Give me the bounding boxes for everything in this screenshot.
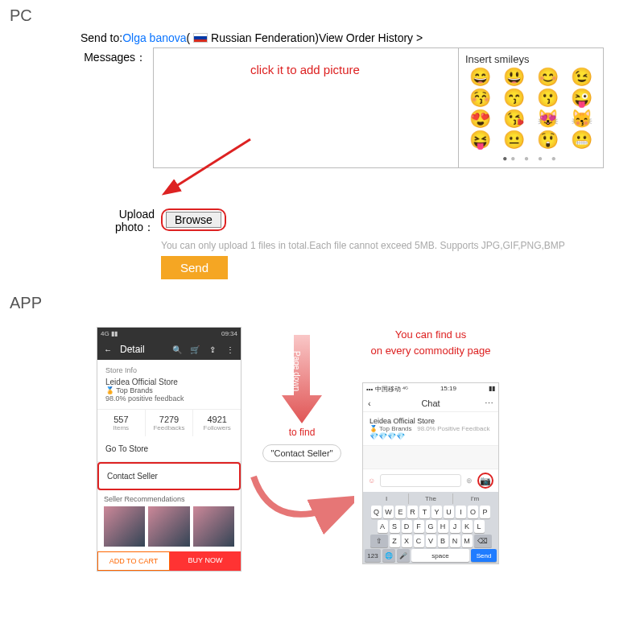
plus-icon[interactable]: ⊕ <box>466 477 473 485</box>
share-icon[interactable]: ⇪ <box>207 345 218 354</box>
curve-arrow-icon <box>250 469 354 541</box>
store-info-label: Store Info <box>105 366 233 374</box>
chat-input[interactable] <box>380 474 461 487</box>
send-to-line: Send to:Olga banova( Russian Fenderation… <box>80 31 628 44</box>
emoji[interactable]: 😙 <box>499 89 528 107</box>
to-find-text: to find <box>289 427 316 438</box>
stat-followers[interactable]: 4921Followers <box>193 410 241 436</box>
kb-mic-icon[interactable]: 🎤 <box>397 549 410 562</box>
emoji[interactable]: 😘 <box>499 110 528 128</box>
kb-key[interactable]: C <box>414 535 424 547</box>
emoji[interactable]: 😉 <box>568 68 597 86</box>
emoji[interactable]: 😬 <box>568 131 597 149</box>
kb-globe-icon[interactable]: 🌐 <box>382 549 395 562</box>
kb-space[interactable]: space <box>411 549 469 562</box>
emoji[interactable]: 😍 <box>465 110 494 128</box>
emoji-grid: 😄 😃 😊 😉 😚 😙 😗 😜 😍 😘 😻 😽 😝 😐 😲 😬 <box>465 68 597 149</box>
phone-status-bar: 4G ▮▮09:34 <box>97 328 241 339</box>
back-icon[interactable]: ← <box>102 345 114 354</box>
phone-header: ← Detail 🔍 🛒 ⇪ ⋮ <box>97 339 241 360</box>
kb-key[interactable]: B <box>438 535 448 547</box>
kb-key[interactable]: J <box>450 520 460 533</box>
emoji[interactable]: 😚 <box>465 89 494 107</box>
emoji[interactable]: 😜 <box>568 89 597 107</box>
upload-note: You can only upload 1 files in total.Eac… <box>161 240 628 251</box>
kb-key[interactable]: U <box>444 506 454 518</box>
browse-button[interactable]: Browse <box>166 212 221 228</box>
stat-feedbacks[interactable]: 7279Feedbacks <box>146 410 194 436</box>
contact-seller[interactable]: Contact Seller <box>97 462 241 490</box>
kb-suggestion[interactable]: The <box>409 493 453 504</box>
kb-key[interactable]: Q <box>371 506 382 518</box>
view-order-history-link[interactable]: View Order History > <box>319 31 423 44</box>
kb-key[interactable]: M <box>462 535 473 547</box>
keyboard: I The I'm QWERTYUIOP ASDFGHJKL ⇧ZXCVBNM⌫… <box>363 492 498 564</box>
kb-backspace[interactable]: ⌫ <box>474 535 492 547</box>
kb-shift[interactable]: ⇧ <box>370 535 388 547</box>
kb-key[interactable]: Y <box>431 506 442 518</box>
camera-icon[interactable]: 📷 <box>477 473 493 489</box>
section-app-title: APP <box>0 287 644 319</box>
chat-header: ‹ Chat ⋯ <box>363 395 498 412</box>
stat-items[interactable]: 557Items <box>97 410 146 436</box>
kb-key[interactable]: F <box>414 520 424 533</box>
emoji[interactable]: 😲 <box>534 131 563 149</box>
chat-top-brands: Top Brands <box>379 425 411 432</box>
kb-key[interactable]: T <box>419 506 430 518</box>
chat-messages-area[interactable] <box>363 446 498 469</box>
kb-key[interactable]: Z <box>390 535 400 547</box>
feedback-text: 98.0% positive feedback <box>105 394 233 402</box>
kb-key[interactable]: E <box>395 506 406 518</box>
emoji[interactable]: 😻 <box>534 110 563 128</box>
kb-key[interactable]: K <box>462 520 473 533</box>
kb-numbers[interactable]: 123 <box>365 549 381 562</box>
message-textarea[interactable]: click it to add picture <box>154 48 458 167</box>
kb-suggestion[interactable]: I'm <box>453 493 497 504</box>
kb-key[interactable]: V <box>426 535 436 547</box>
add-to-cart-button[interactable]: ADD TO CART <box>97 551 170 571</box>
emoji[interactable]: 😐 <box>499 131 528 149</box>
emoji[interactable]: 😗 <box>534 89 563 107</box>
search-icon[interactable]: 🔍 <box>171 345 183 354</box>
message-area: click it to add picture Insert smileys 😄… <box>153 47 604 168</box>
kb-key[interactable]: D <box>402 520 412 533</box>
kb-key[interactable]: N <box>450 535 460 547</box>
rec-image[interactable] <box>193 506 234 547</box>
kb-key[interactable]: R <box>407 506 418 518</box>
rec-image[interactable] <box>104 506 145 547</box>
kb-key[interactable]: A <box>378 520 388 533</box>
kb-key[interactable]: O <box>468 506 478 518</box>
kb-key[interactable]: I <box>456 506 466 518</box>
back-icon[interactable]: ‹ <box>368 398 371 408</box>
header-title: Detail <box>120 344 165 355</box>
more-icon[interactable]: ⋯ <box>485 398 493 409</box>
kb-suggestion[interactable]: I <box>365 493 409 504</box>
phone-detail-screen: 4G ▮▮09:34 ← Detail 🔍 🛒 ⇪ ⋮ Store Info L… <box>97 327 242 572</box>
arrow-icon <box>162 135 258 200</box>
kb-key[interactable]: P <box>480 506 490 518</box>
country: Russian Fenderation <box>211 31 315 44</box>
pager-dots[interactable]: ●● ● ● ● <box>465 154 597 163</box>
recipient-name[interactable]: Olga banova <box>122 31 186 44</box>
kb-key[interactable]: G <box>426 520 436 533</box>
go-to-store[interactable]: Go To Store <box>97 436 241 462</box>
emoji[interactable]: 😃 <box>499 68 528 86</box>
emoji[interactable]: 😄 <box>465 68 494 86</box>
store-stats: 557Items 7279Feedbacks 4921Followers <box>97 410 241 436</box>
buy-now-button[interactable]: BUY NOW <box>170 551 241 571</box>
kb-key[interactable]: H <box>438 520 448 533</box>
more-icon[interactable]: ⋮ <box>225 345 236 354</box>
emoji[interactable]: 😽 <box>568 110 597 128</box>
chat-title: Chat <box>421 398 440 408</box>
emoji[interactable]: 😊 <box>534 68 563 86</box>
emoji[interactable]: 😝 <box>465 131 494 149</box>
emoji-icon[interactable]: ☺ <box>368 477 375 485</box>
cart-icon[interactable]: 🛒 <box>189 345 200 354</box>
kb-key[interactable]: X <box>402 535 412 547</box>
kb-key[interactable]: S <box>390 520 400 533</box>
kb-key[interactable]: W <box>383 506 394 518</box>
rec-image[interactable] <box>148 506 189 547</box>
kb-key[interactable]: L <box>474 520 485 533</box>
kb-send[interactable]: Send <box>471 549 497 562</box>
send-button[interactable]: Send <box>161 256 228 279</box>
